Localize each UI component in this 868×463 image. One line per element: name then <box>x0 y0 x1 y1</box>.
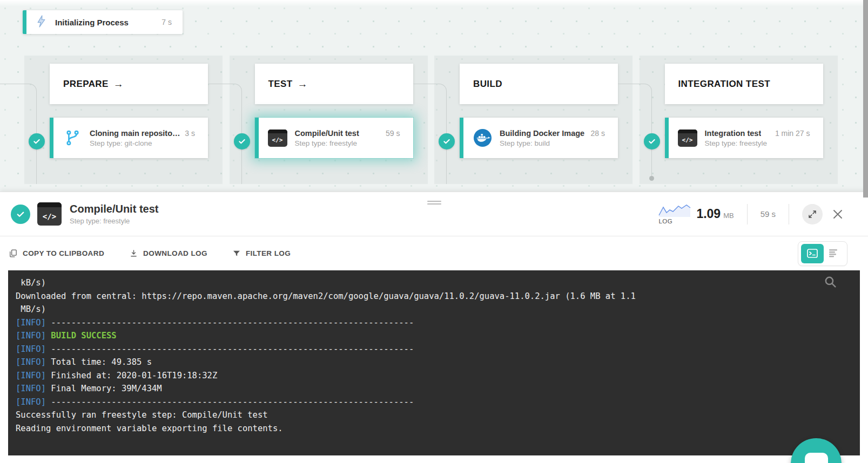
panel-drag-handle[interactable] <box>424 199 445 206</box>
text-lines-icon <box>829 249 839 257</box>
text-view-button[interactable] <box>824 249 844 257</box>
search-icon[interactable] <box>824 275 837 289</box>
copy-icon <box>9 249 18 258</box>
step-card[interactable]: </>Integration test1 min 27 sStep type: … <box>665 118 823 158</box>
git-clone-icon <box>62 130 83 146</box>
step-type-label: Step type: freestyle <box>295 139 406 147</box>
panel-titles: Compile/Unit test Step type: freestyle <box>70 203 158 225</box>
log-chart-label: LOG <box>658 218 691 224</box>
close-icon <box>831 208 844 221</box>
log-line: Reading environment variable exporting f… <box>16 422 852 435</box>
log-sparkline-chart <box>658 203 691 217</box>
filter-icon <box>232 249 241 258</box>
log-viewer[interactable]: kB/s)Downloaded from central: https://re… <box>8 270 860 455</box>
pipeline-build-page: Initializing Process 7 s PREPARE→Cloning… <box>0 0 868 463</box>
stage-arrow-icon: → <box>113 78 124 90</box>
log-line: [INFO] Final Memory: 39M/434M <box>16 382 852 396</box>
download-log-button[interactable]: DOWNLOAD LOG <box>129 249 207 258</box>
stage-column: INTEGRATION TEST</>Integration test1 min… <box>640 56 838 184</box>
log-size-value: 1.09 <box>696 207 721 221</box>
stage-column: BUILDBuilding Docker Image28 sStep type:… <box>434 56 633 184</box>
stage-connector-line <box>413 84 447 184</box>
step-success-icon <box>234 133 250 149</box>
init-step-label: Initializing Process <box>55 18 129 27</box>
step-name: Building Docker Image <box>500 129 584 138</box>
terminal-view-icon <box>807 249 818 258</box>
stage-connector-line <box>618 84 652 178</box>
stage-title: INTEGRATION TEST <box>678 79 770 90</box>
terminal-view-button[interactable] <box>801 244 824 263</box>
stage-header: BUILD <box>460 64 618 104</box>
filter-log-button[interactable]: FILTER LOG <box>232 249 291 258</box>
log-line: [INFO] Finished at: 2020-01-16T19:18:32Z <box>16 369 852 383</box>
log-line: Downloaded from central: https://repo.ma… <box>16 290 852 303</box>
log-lines: kB/s)Downloaded from central: https://re… <box>16 276 852 435</box>
expand-button[interactable] <box>802 204 823 224</box>
log-line: Successfully ran freestyle step: Compile… <box>16 408 852 422</box>
step-duration: 59 s <box>381 129 405 138</box>
log-view-toggle <box>798 241 847 266</box>
init-step-card[interactable]: Initializing Process 7 s <box>23 10 183 34</box>
step-card[interactable]: Building Docker Image28 sStep type: buil… <box>460 118 618 158</box>
stage-column: PREPARE→Cloning main repository...3 sSte… <box>24 56 223 184</box>
log-line: kB/s) <box>16 276 852 290</box>
close-button[interactable] <box>831 208 844 221</box>
stage-connector-line <box>0 84 37 184</box>
step-success-icon <box>439 133 455 149</box>
stage-header: INTEGRATION TEST <box>665 64 823 104</box>
stage-header: PREPARE→ <box>50 64 208 104</box>
panel-step-subtitle: Step type: freestyle <box>70 217 158 225</box>
step-details-panel: </> Compile/Unit test Step type: freesty… <box>0 192 868 463</box>
terminal-icon: </> <box>37 202 62 226</box>
step-name: Cloning main repository... <box>90 129 180 138</box>
lightning-icon <box>35 15 48 30</box>
terminal-icon: </> <box>267 130 288 147</box>
log-line: MB/s) <box>16 303 852 316</box>
step-name: Compile/Unit test <box>295 129 359 138</box>
step-success-icon <box>644 133 660 149</box>
step-card[interactable]: </>Compile/Unit test59 sStep type: frees… <box>255 118 413 158</box>
step-type-label: Step type: git-clone <box>90 139 200 147</box>
stage-column: TEST→</>Compile/Unit test59 sStep type: … <box>230 56 428 184</box>
step-success-icon <box>29 133 45 149</box>
step-type-label: Step type: freestyle <box>705 139 816 147</box>
terminal-icon: </> <box>677 130 698 147</box>
step-type-label: Step type: build <box>500 139 610 147</box>
panel-step-title: Compile/Unit test <box>70 203 158 215</box>
init-step-duration: 7 s <box>162 18 172 26</box>
step-duration: 28 s <box>587 129 610 138</box>
download-icon <box>129 249 138 258</box>
step-duration: 1 min 27 s <box>771 129 816 138</box>
connector-end-dot <box>649 176 654 181</box>
stage-arrow-icon: → <box>298 78 308 90</box>
log-line: [INFO] BUILD SUCCESS <box>16 329 852 343</box>
scrollbar-thumb[interactable] <box>863 0 868 198</box>
log-line: [INFO] ---------------------------------… <box>16 343 852 356</box>
stage-title: PREPARE <box>63 79 109 90</box>
copy-to-clipboard-button[interactable]: COPY TO CLIPBOARD <box>9 249 104 258</box>
status-success-icon <box>11 205 30 224</box>
expand-arrows-icon <box>808 209 817 219</box>
stage-title: BUILD <box>473 79 502 90</box>
docker-icon <box>472 128 493 147</box>
stage-connector-line <box>208 84 242 184</box>
panel-header-controls: LOG 1.09 MB 59 s <box>658 203 868 224</box>
divider <box>747 204 748 224</box>
log-line: [INFO] ---------------------------------… <box>16 316 852 330</box>
page-scrollbar[interactable] <box>863 0 868 463</box>
log-size-metric: LOG 1.09 MB <box>658 203 734 224</box>
step-name: Integration test <box>705 129 762 138</box>
step-duration: 3 s <box>180 129 200 138</box>
log-toolbar: COPY TO CLIPBOARD DOWNLOAD LOG FILTER LO… <box>0 236 868 270</box>
step-duration-value: 59 s <box>761 209 776 219</box>
log-size-unit: MB <box>723 212 734 220</box>
step-card[interactable]: Cloning main repository...3 sStep type: … <box>50 118 208 158</box>
stage-header: TEST→ <box>255 64 413 104</box>
top-fade <box>0 0 868 6</box>
log-line: [INFO] ---------------------------------… <box>16 396 852 409</box>
stage-title: TEST <box>268 79 293 90</box>
log-line: [INFO] Total time: 49.385 s <box>16 356 852 369</box>
divider <box>789 204 789 224</box>
pipeline-canvas: Initializing Process 7 s PREPARE→Cloning… <box>0 0 868 192</box>
